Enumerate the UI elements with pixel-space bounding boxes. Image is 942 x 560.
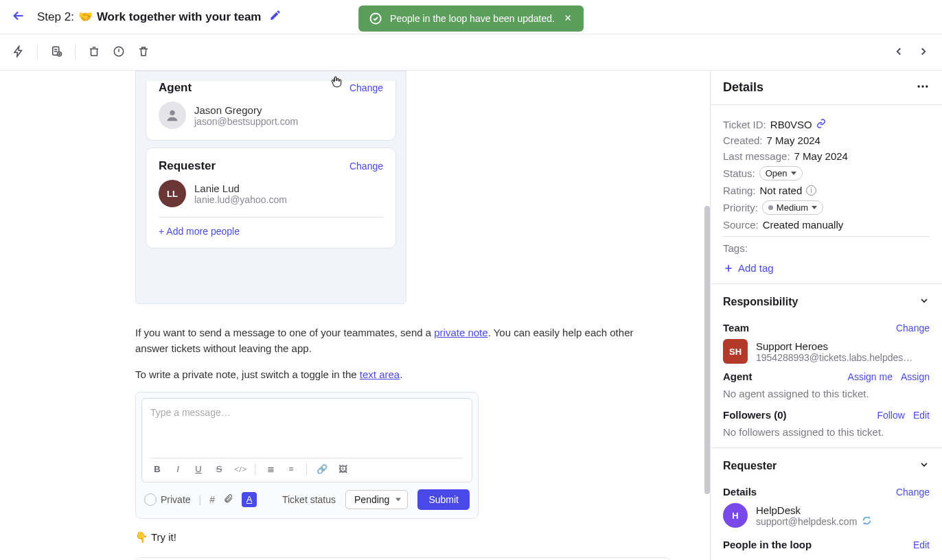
agent-section-label: Agent [723, 371, 753, 382]
p1-text-a: If you want to send a message to one of … [135, 327, 434, 338]
chevron-down-icon [791, 172, 796, 175]
no-agent-text: No agent assigned to this ticket. [723, 388, 930, 399]
responsibility-title: Responsibility [723, 296, 798, 308]
requester-email: lanie.lud@yahoo.com [194, 194, 287, 205]
private-label: Private [161, 494, 191, 505]
p2-text-a: To write a private note, just switch a t… [135, 369, 360, 380]
ticket-id-value: RB0VSO [770, 119, 812, 130]
agent-change-link[interactable]: Change [349, 82, 383, 93]
priority-label: Priority: [723, 202, 758, 213]
divider [723, 236, 930, 237]
try-it-text: 👇 Try it! [135, 531, 650, 544]
add-tag-button[interactable]: Add tag [723, 258, 930, 278]
underline-icon: U [193, 464, 204, 475]
close-icon[interactable] [563, 13, 573, 25]
link-icon: 🔗 [317, 464, 328, 475]
instruction-paragraph-1: If you want to send a message to one of … [135, 325, 650, 357]
agent-email: jason@bestsupport.com [194, 116, 298, 127]
team-change-link[interactable]: Change [896, 323, 930, 334]
bold-icon: B [152, 464, 163, 475]
image-icon: 🖼 [337, 464, 348, 475]
requester-section-header[interactable]: Requester [711, 447, 942, 476]
italic-icon: I [172, 464, 183, 475]
source-label: Source: [723, 219, 759, 231]
status-chip[interactable]: Open [759, 166, 803, 180]
code-icon: </> [234, 464, 245, 475]
assign-me-link[interactable]: Assign me [848, 371, 893, 382]
separator: | [199, 494, 202, 505]
add-more-people-link[interactable]: + Add more people [159, 226, 383, 237]
requester-change-link[interactable]: Change [349, 161, 383, 172]
private-toggle: Private [144, 493, 191, 506]
back-button[interactable] [11, 8, 26, 25]
sync-icon[interactable] [862, 516, 871, 527]
separator [255, 464, 255, 475]
requester-person: LL Lanie Lud lanie.lud@yahoo.com [159, 180, 383, 207]
followers-label: Followers (0) [723, 409, 787, 421]
details-meta: Ticket ID: RB0VSO Created: 7 May 2024 La… [711, 105, 942, 283]
text-area-link[interactable]: text area [360, 369, 400, 380]
info-icon[interactable]: i [806, 185, 816, 196]
toast-message: People in the loop have been updated. [390, 13, 555, 24]
requester-card: Requester Change LL Lanie Lud lanie.lud@… [146, 148, 396, 248]
svg-point-4 [170, 110, 174, 115]
editor-screenshot: Type a message… B I U S </> ≣ ≡ 🔗 🖼 [135, 392, 479, 519]
trash-icon[interactable] [137, 45, 150, 60]
private-note-link[interactable]: private note [434, 327, 487, 338]
title-prefix: Step 2: [37, 10, 74, 24]
toast-success: People in the loop have been updated. [358, 5, 584, 32]
people-loop-edit-link[interactable]: Edit [913, 539, 930, 550]
prev-ticket-icon[interactable] [893, 45, 905, 60]
next-ticket-icon[interactable] [917, 45, 930, 60]
avatar: LL [159, 180, 186, 207]
requester-email: support@helpdesk.com [756, 516, 857, 527]
requester-label: Requester [159, 159, 216, 173]
svg-point-5 [918, 85, 920, 87]
responsibility-header[interactable]: Responsibility [711, 283, 942, 312]
status-value: Open [766, 168, 788, 178]
requester-change-link[interactable]: Change [896, 487, 930, 498]
bolt-icon[interactable] [12, 45, 25, 60]
divider [159, 217, 383, 218]
check-circle-icon [369, 12, 382, 25]
separator [37, 45, 38, 60]
last-message-value: 7 May 2024 [794, 150, 848, 162]
assign-link[interactable]: Assign [901, 371, 930, 382]
team-row: SH Support Heroes 1954288993@tickets.lab… [723, 339, 930, 364]
toggle-icon [144, 493, 157, 506]
followers-edit-link[interactable]: Edit [913, 410, 930, 421]
edit-icon[interactable] [269, 9, 282, 25]
submit-button: Submit [417, 489, 470, 510]
title-text: Work together with your team [97, 10, 262, 24]
reply-textarea[interactable] [135, 557, 671, 560]
ordered-list-icon: ≣ [265, 464, 276, 475]
copy-link-icon[interactable] [816, 119, 826, 130]
rating-label: Rating: [723, 185, 756, 196]
hashtag-icon: # [209, 494, 215, 505]
chevron-down-icon [919, 295, 930, 308]
follow-link[interactable]: Follow [877, 410, 904, 421]
more-icon[interactable] [916, 80, 930, 95]
people-cards-zone: Agent Change Jason Gregory jason@bestsup… [135, 71, 406, 304]
last-message-label: Last message: [723, 150, 790, 162]
scrollbar[interactable] [704, 206, 710, 494]
instruction-paragraph-2: To write a private note, just switch a t… [135, 366, 650, 382]
priority-chip[interactable]: Medium [762, 200, 823, 215]
requester-section-body: DetailsChange H HelpDesk support@helpdes… [711, 476, 942, 560]
team-email: 1954288993@tickets.labs.helpdes… [756, 352, 912, 363]
unordered-list-icon: ≡ [286, 464, 297, 475]
created-value: 7 May 2024 [767, 135, 820, 146]
responsibility-body: TeamChange SH Support Heroes 1954288993@… [711, 312, 942, 447]
note-add-icon[interactable] [50, 45, 62, 60]
rating-value: Not rated [760, 185, 803, 196]
details-header: Details [711, 71, 942, 105]
main-content: Agent Change Jason Gregory jason@bestsup… [0, 71, 710, 560]
archive-icon[interactable] [88, 45, 100, 60]
spam-icon[interactable] [113, 45, 125, 60]
agent-name: Jason Gregory [194, 104, 298, 116]
ticket-id-label: Ticket ID: [723, 119, 766, 130]
agent-label: Agent [159, 81, 192, 95]
ticket-status-label: Ticket status [282, 494, 336, 505]
requester-details-label: Details [723, 486, 757, 498]
requester-name: Lanie Lud [194, 183, 287, 194]
